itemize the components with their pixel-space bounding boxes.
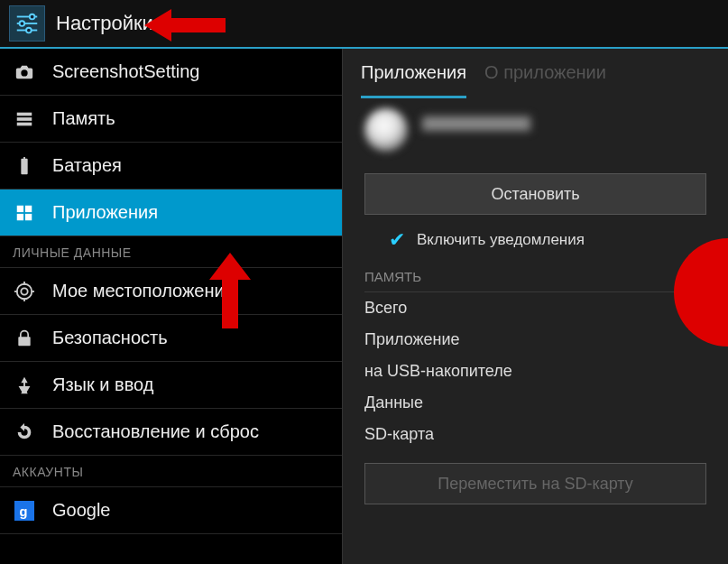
app-name-blurred	[422, 116, 548, 143]
sidebar-item-security[interactable]: Безопасность	[0, 315, 342, 362]
lock-icon	[13, 329, 36, 347]
svg-point-5	[26, 28, 32, 33]
sidebar-item-google[interactable]: g Google	[0, 487, 342, 534]
sidebar-item-label: Язык и ввод	[52, 374, 153, 395]
checkbox-checked-icon[interactable]: ✔	[388, 231, 406, 249]
sidebar-item-label: Мое местоположение	[52, 281, 235, 301]
memory-row-total: Всего	[364, 292, 706, 324]
app-header: Настройки	[0, 0, 728, 49]
svg-rect-7	[17, 117, 32, 121]
checkbox-label: Включить уведомления	[417, 231, 585, 249]
tab-bar: Приложения О приложении	[343, 49, 728, 99]
battery-icon	[13, 156, 36, 176]
sidebar-item-location[interactable]: Мое местоположение	[0, 268, 342, 315]
camera-icon	[13, 62, 36, 82]
sidebar-item-label: Восстановление и сброс	[52, 421, 259, 442]
svg-rect-11	[17, 213, 23, 219]
sidebar-item-language[interactable]: Язык и ввод	[0, 362, 342, 409]
svg-rect-9	[17, 205, 23, 211]
memory-row-usb: на USB-накопителе	[364, 356, 706, 387]
reset-icon	[13, 422, 36, 442]
memory-row-sd: SD-карта	[364, 419, 706, 450]
memory-row-app: Приложение	[364, 324, 706, 356]
page-title: Настройки	[56, 12, 153, 35]
memory-row-data: Данные	[364, 387, 706, 419]
stop-button[interactable]: Остановить	[364, 173, 706, 215]
svg-rect-12	[25, 213, 32, 219]
sidebar-item-reset[interactable]: Восстановление и сброс	[0, 409, 342, 456]
svg-point-14	[17, 283, 32, 299]
sidebar-item-label: Батарея	[52, 155, 122, 176]
location-icon	[13, 282, 36, 301]
language-icon	[13, 375, 36, 395]
sidebar-item-label: Google	[52, 500, 111, 521]
svg-rect-6	[17, 112, 32, 116]
app-icon	[364, 108, 408, 152]
svg-text:g: g	[20, 504, 28, 518]
svg-point-13	[21, 288, 27, 294]
sidebar-item-screenshot[interactable]: ScreenshotSetting	[0, 49, 342, 96]
sidebar-item-apps[interactable]: Приложения	[0, 190, 342, 236]
storage-icon	[13, 109, 36, 129]
section-header-accounts: АККАУНТЫ	[0, 456, 342, 487]
tab-apps[interactable]: Приложения	[361, 50, 466, 98]
notifications-checkbox-row[interactable]: ✔ Включить уведомления	[343, 224, 728, 264]
move-to-sd-button[interactable]: Переместить на SD-карту	[364, 463, 706, 504]
svg-point-3	[20, 21, 25, 26]
svg-rect-10	[25, 205, 32, 211]
sidebar-item-label: Память	[52, 108, 115, 129]
memory-section: ПАМЯТЬ Всего Приложение на USB-накопител…	[343, 264, 728, 450]
memory-header: ПАМЯТЬ	[364, 264, 706, 292]
tab-about[interactable]: О приложении	[484, 50, 606, 98]
settings-sidebar: ScreenshotSetting Память Батарея Приложе…	[0, 49, 343, 564]
google-icon: g	[13, 501, 36, 521]
svg-point-1	[30, 14, 35, 20]
sidebar-item-storage[interactable]: Память	[0, 96, 342, 143]
section-header-personal: ЛИЧНЫЕ ДАННЫЕ	[0, 236, 342, 268]
sidebar-item-battery[interactable]: Батарея	[0, 143, 342, 190]
svg-rect-8	[17, 122, 32, 125]
sidebar-item-label: Приложения	[52, 202, 158, 223]
sidebar-item-label: ScreenshotSetting	[52, 61, 199, 82]
apps-icon	[13, 203, 36, 223]
app-header-row	[343, 99, 728, 161]
settings-icon	[9, 5, 45, 42]
sidebar-item-label: Безопасность	[52, 328, 168, 348]
app-detail-panel: Приложения О приложении Остановить ✔ Вкл…	[343, 49, 728, 564]
